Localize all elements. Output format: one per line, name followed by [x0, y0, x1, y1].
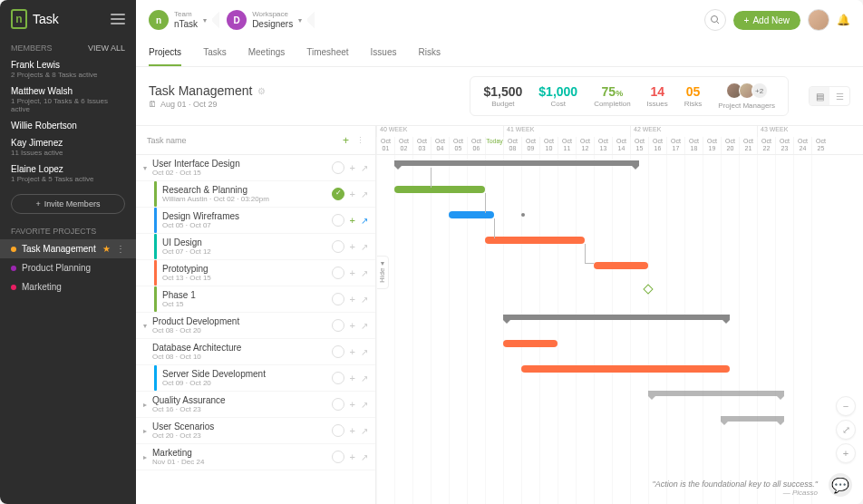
- gantt-bar[interactable]: [485, 237, 585, 244]
- notifications-icon[interactable]: 🔔: [837, 14, 850, 26]
- task-row[interactable]: ⋮⋮ Research & Planning William Austin · …: [136, 181, 375, 208]
- complete-toggle[interactable]: [332, 293, 344, 305]
- week-label: 42 WEEK: [630, 126, 757, 137]
- zoom-out-button[interactable]: −: [836, 396, 856, 416]
- favorite-project-item[interactable]: Marketing: [0, 277, 136, 296]
- task-row[interactable]: ⋮⋮ ▾ User Interface Design Oct 02 · Oct …: [136, 155, 375, 181]
- member-item[interactable]: Matthew Walsh1 Project, 10 Tasks & 6 Iss…: [0, 82, 136, 117]
- gantt-bar[interactable]: [521, 365, 730, 373]
- task-row[interactable]: ⋮⋮ Database Architecture Oct 08 · Oct 10…: [136, 339, 375, 365]
- link-icon[interactable]: ↗: [361, 373, 368, 383]
- gantt-bar[interactable]: [449, 211, 494, 218]
- favorites-header: FAVORITE PROJECTS: [11, 227, 96, 236]
- expand-icon[interactable]: ▾: [143, 164, 152, 172]
- complete-toggle[interactable]: [332, 188, 344, 200]
- expand-icon[interactable]: ▾: [143, 322, 152, 330]
- complete-toggle[interactable]: [332, 345, 344, 358]
- project-managers[interactable]: +2 Project Managers: [718, 82, 775, 110]
- expand-icon[interactable]: ▸: [143, 453, 152, 461]
- add-new-button[interactable]: +Add New: [733, 11, 800, 30]
- more-icon[interactable]: ⋮: [356, 136, 364, 145]
- zoom-fit-button[interactable]: ⤢: [836, 420, 856, 440]
- tab-meetings[interactable]: Meetings: [248, 40, 286, 66]
- add-subtask-icon[interactable]: +: [350, 425, 355, 436]
- tab-timesheet[interactable]: Timesheet: [306, 40, 348, 66]
- complete-toggle[interactable]: [332, 372, 344, 384]
- gear-icon[interactable]: ⚙: [257, 86, 266, 96]
- team-breadcrumb[interactable]: n Team nTask ▾: [149, 10, 219, 30]
- member-item[interactable]: Elaine Lopez1 Project & 5 Tasks active: [0, 160, 136, 187]
- add-subtask-icon[interactable]: +: [350, 346, 355, 357]
- add-subtask-icon[interactable]: +: [350, 320, 355, 331]
- task-row[interactable]: ⋮⋮ Server Side Development Oct 09 · Oct …: [136, 365, 375, 392]
- task-row[interactable]: ⋮⋮ ▾ Product Development Oct 08 · Oct 20…: [136, 313, 375, 339]
- complete-toggle[interactable]: [332, 398, 344, 411]
- day-label: Oct05: [449, 137, 467, 154]
- add-subtask-icon[interactable]: +: [350, 451, 355, 462]
- more-icon[interactable]: ⋮: [116, 244, 125, 254]
- color-indicator: [154, 260, 157, 286]
- tab-risks[interactable]: Risks: [419, 40, 441, 66]
- link-icon[interactable]: ↗: [361, 347, 368, 357]
- add-subtask-icon[interactable]: +: [350, 162, 355, 173]
- complete-toggle[interactable]: [332, 161, 344, 174]
- favorite-project-item[interactable]: Product Planning: [0, 258, 136, 277]
- gantt-bar[interactable]: [394, 186, 485, 193]
- task-row[interactable]: ⋮⋮ Phase 1 Oct 15 + ↗: [136, 286, 375, 313]
- link-icon[interactable]: ↗: [361, 295, 368, 305]
- chevron-down-icon: ▾: [203, 16, 207, 24]
- list-view-icon[interactable]: ☰: [829, 87, 849, 105]
- link-icon[interactable]: ↗: [361, 189, 368, 199]
- menu-icon[interactable]: [111, 14, 125, 24]
- user-avatar[interactable]: [808, 9, 829, 31]
- complete-toggle[interactable]: [332, 451, 344, 463]
- complete-toggle[interactable]: [332, 319, 344, 332]
- add-subtask-icon[interactable]: +: [350, 267, 355, 278]
- link-icon[interactable]: ↗: [361, 321, 368, 331]
- view-all-link[interactable]: View All: [88, 44, 125, 53]
- gantt-bar[interactable]: [503, 340, 558, 347]
- add-subtask-icon[interactable]: +: [350, 189, 355, 199]
- task-row[interactable]: ⋮⋮ Prototyping Oct 13 · Oct 15 + ↗: [136, 260, 375, 286]
- task-row[interactable]: ⋮⋮ ▸ User Scenarios Oct 20 · Oct 23 + ↗: [136, 418, 375, 444]
- invite-members-button[interactable]: +Invite Members: [11, 194, 125, 214]
- link-icon[interactable]: ↗: [361, 216, 368, 226]
- gantt-bar[interactable]: [594, 262, 648, 269]
- link-icon[interactable]: ↗: [361, 268, 368, 278]
- zoom-controls: − ⤢ +: [836, 396, 856, 463]
- task-row[interactable]: ⋮⋮ ▸ Quality Assurance Oct 16 · Oct 23 +…: [136, 392, 375, 418]
- complete-toggle[interactable]: [332, 240, 344, 253]
- task-row[interactable]: ⋮⋮ ▸ Marketing Nov 01 · Dec 24 + ↗: [136, 444, 375, 470]
- task-row[interactable]: ⋮⋮ Design Wireframes Oct 05 · Oct 07 + ↗: [136, 208, 375, 234]
- tab-tasks[interactable]: Tasks: [203, 40, 227, 66]
- chat-button[interactable]: 💬: [829, 473, 852, 497]
- complete-toggle[interactable]: [332, 424, 344, 437]
- link-icon[interactable]: ↗: [361, 400, 368, 410]
- link-icon[interactable]: ↗: [361, 426, 368, 436]
- tab-issues[interactable]: Issues: [371, 40, 397, 66]
- day-label: Oct13: [594, 137, 612, 154]
- add-subtask-icon[interactable]: +: [350, 294, 355, 305]
- tab-projects[interactable]: Projects: [149, 40, 181, 66]
- favorite-project-item[interactable]: Task Management★⋮: [0, 239, 136, 258]
- link-icon[interactable]: ↗: [361, 163, 368, 173]
- add-subtask-icon[interactable]: +: [350, 373, 355, 383]
- add-task-icon[interactable]: +: [343, 134, 349, 147]
- add-subtask-icon[interactable]: +: [350, 215, 355, 226]
- search-button[interactable]: [704, 9, 726, 31]
- expand-icon[interactable]: ▸: [143, 427, 152, 435]
- member-item[interactable]: Kay Jimenez11 Issues active: [0, 134, 136, 160]
- link-icon[interactable]: ↗: [361, 242, 368, 252]
- expand-icon[interactable]: ▸: [143, 401, 152, 409]
- member-item[interactable]: Frank Lewis2 Projects & 8 Tasks active: [0, 56, 136, 82]
- member-item[interactable]: Willie Robertson: [0, 117, 136, 134]
- zoom-in-button[interactable]: +: [836, 443, 856, 463]
- complete-toggle[interactable]: [332, 267, 344, 279]
- add-subtask-icon[interactable]: +: [350, 241, 355, 252]
- link-icon[interactable]: ↗: [361, 452, 368, 462]
- workspace-breadcrumb[interactable]: D Workspace Designers ▾: [227, 10, 315, 30]
- gantt-view-icon[interactable]: ▤: [810, 87, 829, 105]
- complete-toggle[interactable]: [332, 214, 344, 227]
- add-subtask-icon[interactable]: +: [350, 399, 355, 410]
- task-row[interactable]: ⋮⋮ UI Design Oct 07 · Oct 12 + ↗: [136, 234, 375, 260]
